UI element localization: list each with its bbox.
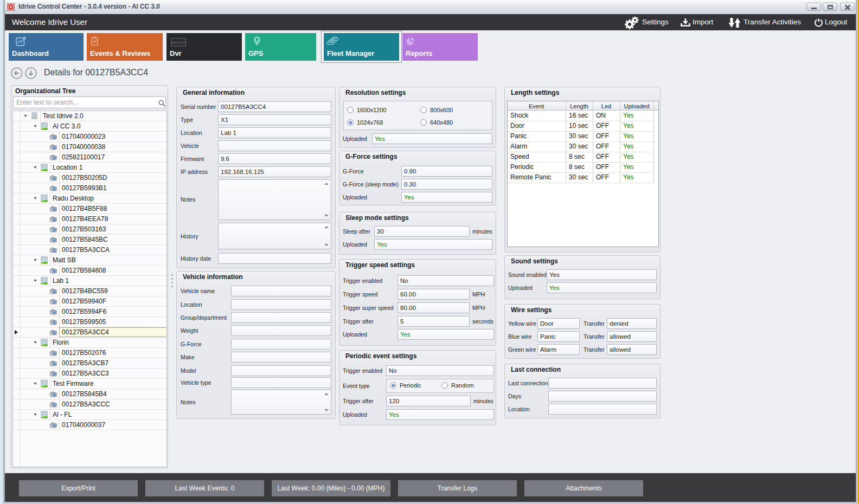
- svg-text:MERGE: MERGE: [172, 41, 185, 44]
